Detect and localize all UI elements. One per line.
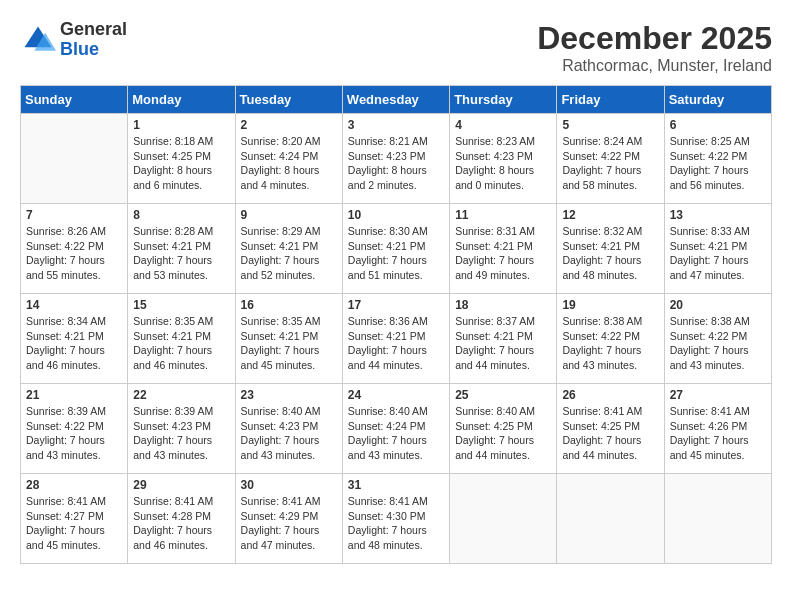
header-row: SundayMondayTuesdayWednesdayThursdayFrid… bbox=[21, 86, 772, 114]
calendar-cell: 15Sunrise: 8:35 AM Sunset: 4:21 PM Dayli… bbox=[128, 294, 235, 384]
day-header-monday: Monday bbox=[128, 86, 235, 114]
cell-content: Sunrise: 8:18 AM Sunset: 4:25 PM Dayligh… bbox=[133, 134, 229, 193]
calendar-cell: 18Sunrise: 8:37 AM Sunset: 4:21 PM Dayli… bbox=[450, 294, 557, 384]
calendar-cell: 1Sunrise: 8:18 AM Sunset: 4:25 PM Daylig… bbox=[128, 114, 235, 204]
calendar-table: SundayMondayTuesdayWednesdayThursdayFrid… bbox=[20, 85, 772, 564]
cell-content: Sunrise: 8:33 AM Sunset: 4:21 PM Dayligh… bbox=[670, 224, 766, 283]
cell-content: Sunrise: 8:24 AM Sunset: 4:22 PM Dayligh… bbox=[562, 134, 658, 193]
day-number: 31 bbox=[348, 478, 444, 492]
cell-content: Sunrise: 8:41 AM Sunset: 4:30 PM Dayligh… bbox=[348, 494, 444, 553]
day-header-friday: Friday bbox=[557, 86, 664, 114]
cell-content: Sunrise: 8:41 AM Sunset: 4:25 PM Dayligh… bbox=[562, 404, 658, 463]
day-number: 16 bbox=[241, 298, 337, 312]
calendar-cell: 19Sunrise: 8:38 AM Sunset: 4:22 PM Dayli… bbox=[557, 294, 664, 384]
logo-general: General bbox=[60, 20, 127, 40]
day-number: 6 bbox=[670, 118, 766, 132]
cell-content: Sunrise: 8:41 AM Sunset: 4:27 PM Dayligh… bbox=[26, 494, 122, 553]
week-row-3: 21Sunrise: 8:39 AM Sunset: 4:22 PM Dayli… bbox=[21, 384, 772, 474]
day-number: 13 bbox=[670, 208, 766, 222]
calendar-cell: 28Sunrise: 8:41 AM Sunset: 4:27 PM Dayli… bbox=[21, 474, 128, 564]
cell-content: Sunrise: 8:31 AM Sunset: 4:21 PM Dayligh… bbox=[455, 224, 551, 283]
day-header-tuesday: Tuesday bbox=[235, 86, 342, 114]
day-number: 2 bbox=[241, 118, 337, 132]
day-number: 23 bbox=[241, 388, 337, 402]
calendar-cell: 3Sunrise: 8:21 AM Sunset: 4:23 PM Daylig… bbox=[342, 114, 449, 204]
cell-content: Sunrise: 8:39 AM Sunset: 4:22 PM Dayligh… bbox=[26, 404, 122, 463]
logo: General Blue bbox=[20, 20, 127, 60]
day-number: 25 bbox=[455, 388, 551, 402]
calendar-cell: 20Sunrise: 8:38 AM Sunset: 4:22 PM Dayli… bbox=[664, 294, 771, 384]
day-number: 27 bbox=[670, 388, 766, 402]
day-number: 5 bbox=[562, 118, 658, 132]
day-number: 26 bbox=[562, 388, 658, 402]
day-header-wednesday: Wednesday bbox=[342, 86, 449, 114]
cell-content: Sunrise: 8:23 AM Sunset: 4:23 PM Dayligh… bbox=[455, 134, 551, 193]
week-row-2: 14Sunrise: 8:34 AM Sunset: 4:21 PM Dayli… bbox=[21, 294, 772, 384]
calendar-cell: 23Sunrise: 8:40 AM Sunset: 4:23 PM Dayli… bbox=[235, 384, 342, 474]
calendar-cell: 8Sunrise: 8:28 AM Sunset: 4:21 PM Daylig… bbox=[128, 204, 235, 294]
calendar-cell: 10Sunrise: 8:30 AM Sunset: 4:21 PM Dayli… bbox=[342, 204, 449, 294]
cell-content: Sunrise: 8:26 AM Sunset: 4:22 PM Dayligh… bbox=[26, 224, 122, 283]
day-number: 8 bbox=[133, 208, 229, 222]
day-number: 1 bbox=[133, 118, 229, 132]
page-header: General Blue December 2025 Rathcormac, M… bbox=[20, 20, 772, 75]
cell-content: Sunrise: 8:30 AM Sunset: 4:21 PM Dayligh… bbox=[348, 224, 444, 283]
cell-content: Sunrise: 8:41 AM Sunset: 4:29 PM Dayligh… bbox=[241, 494, 337, 553]
day-number: 17 bbox=[348, 298, 444, 312]
cell-content: Sunrise: 8:37 AM Sunset: 4:21 PM Dayligh… bbox=[455, 314, 551, 373]
day-number: 3 bbox=[348, 118, 444, 132]
calendar-cell: 5Sunrise: 8:24 AM Sunset: 4:22 PM Daylig… bbox=[557, 114, 664, 204]
cell-content: Sunrise: 8:41 AM Sunset: 4:26 PM Dayligh… bbox=[670, 404, 766, 463]
cell-content: Sunrise: 8:39 AM Sunset: 4:23 PM Dayligh… bbox=[133, 404, 229, 463]
calendar-cell: 26Sunrise: 8:41 AM Sunset: 4:25 PM Dayli… bbox=[557, 384, 664, 474]
cell-content: Sunrise: 8:41 AM Sunset: 4:28 PM Dayligh… bbox=[133, 494, 229, 553]
calendar-cell: 13Sunrise: 8:33 AM Sunset: 4:21 PM Dayli… bbox=[664, 204, 771, 294]
title-section: December 2025 Rathcormac, Munster, Irela… bbox=[537, 20, 772, 75]
cell-content: Sunrise: 8:32 AM Sunset: 4:21 PM Dayligh… bbox=[562, 224, 658, 283]
cell-content: Sunrise: 8:28 AM Sunset: 4:21 PM Dayligh… bbox=[133, 224, 229, 283]
calendar-cell bbox=[557, 474, 664, 564]
day-number: 12 bbox=[562, 208, 658, 222]
day-number: 7 bbox=[26, 208, 122, 222]
cell-content: Sunrise: 8:38 AM Sunset: 4:22 PM Dayligh… bbox=[562, 314, 658, 373]
calendar-cell: 16Sunrise: 8:35 AM Sunset: 4:21 PM Dayli… bbox=[235, 294, 342, 384]
calendar-cell bbox=[450, 474, 557, 564]
day-number: 29 bbox=[133, 478, 229, 492]
calendar-cell: 9Sunrise: 8:29 AM Sunset: 4:21 PM Daylig… bbox=[235, 204, 342, 294]
calendar-cell bbox=[664, 474, 771, 564]
month-title: December 2025 bbox=[537, 20, 772, 57]
day-number: 18 bbox=[455, 298, 551, 312]
calendar-cell: 14Sunrise: 8:34 AM Sunset: 4:21 PM Dayli… bbox=[21, 294, 128, 384]
calendar-cell bbox=[21, 114, 128, 204]
calendar-cell: 4Sunrise: 8:23 AM Sunset: 4:23 PM Daylig… bbox=[450, 114, 557, 204]
cell-content: Sunrise: 8:21 AM Sunset: 4:23 PM Dayligh… bbox=[348, 134, 444, 193]
cell-content: Sunrise: 8:35 AM Sunset: 4:21 PM Dayligh… bbox=[133, 314, 229, 373]
calendar-header: SundayMondayTuesdayWednesdayThursdayFrid… bbox=[21, 86, 772, 114]
calendar-cell: 31Sunrise: 8:41 AM Sunset: 4:30 PM Dayli… bbox=[342, 474, 449, 564]
day-header-thursday: Thursday bbox=[450, 86, 557, 114]
week-row-4: 28Sunrise: 8:41 AM Sunset: 4:27 PM Dayli… bbox=[21, 474, 772, 564]
cell-content: Sunrise: 8:38 AM Sunset: 4:22 PM Dayligh… bbox=[670, 314, 766, 373]
week-row-1: 7Sunrise: 8:26 AM Sunset: 4:22 PM Daylig… bbox=[21, 204, 772, 294]
day-number: 15 bbox=[133, 298, 229, 312]
cell-content: Sunrise: 8:40 AM Sunset: 4:25 PM Dayligh… bbox=[455, 404, 551, 463]
day-number: 19 bbox=[562, 298, 658, 312]
logo-icon bbox=[20, 22, 56, 58]
calendar-cell: 21Sunrise: 8:39 AM Sunset: 4:22 PM Dayli… bbox=[21, 384, 128, 474]
calendar-cell: 7Sunrise: 8:26 AM Sunset: 4:22 PM Daylig… bbox=[21, 204, 128, 294]
day-number: 10 bbox=[348, 208, 444, 222]
cell-content: Sunrise: 8:35 AM Sunset: 4:21 PM Dayligh… bbox=[241, 314, 337, 373]
calendar-cell: 12Sunrise: 8:32 AM Sunset: 4:21 PM Dayli… bbox=[557, 204, 664, 294]
day-number: 9 bbox=[241, 208, 337, 222]
calendar-cell: 29Sunrise: 8:41 AM Sunset: 4:28 PM Dayli… bbox=[128, 474, 235, 564]
calendar-body: 1Sunrise: 8:18 AM Sunset: 4:25 PM Daylig… bbox=[21, 114, 772, 564]
day-number: 4 bbox=[455, 118, 551, 132]
day-header-sunday: Sunday bbox=[21, 86, 128, 114]
logo-blue: Blue bbox=[60, 40, 127, 60]
cell-content: Sunrise: 8:29 AM Sunset: 4:21 PM Dayligh… bbox=[241, 224, 337, 283]
logo-text: General Blue bbox=[60, 20, 127, 60]
day-number: 24 bbox=[348, 388, 444, 402]
day-number: 14 bbox=[26, 298, 122, 312]
cell-content: Sunrise: 8:20 AM Sunset: 4:24 PM Dayligh… bbox=[241, 134, 337, 193]
cell-content: Sunrise: 8:40 AM Sunset: 4:23 PM Dayligh… bbox=[241, 404, 337, 463]
